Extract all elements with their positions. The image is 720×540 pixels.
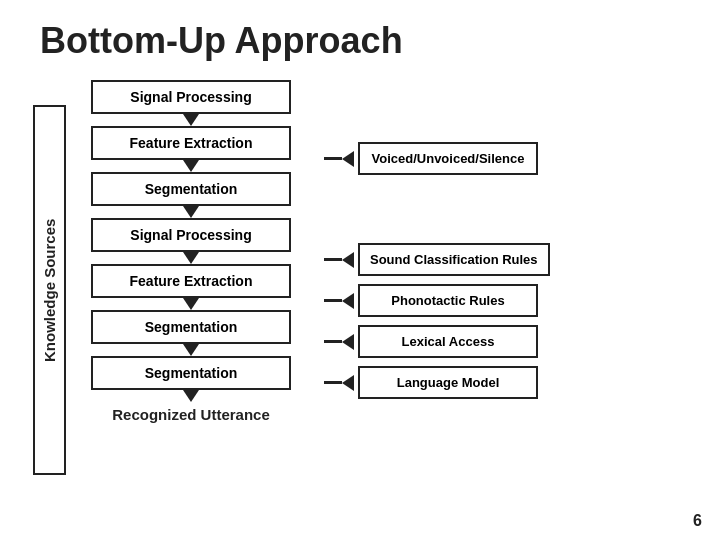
flow-column: Signal Processing Feature Extraction Seg… bbox=[76, 80, 306, 500]
arrow-left-2 bbox=[342, 252, 354, 268]
rule-row-4: Lexical Access bbox=[324, 325, 690, 358]
spacer-2 bbox=[324, 175, 690, 243]
connector-line-2 bbox=[324, 258, 342, 261]
rule-box-1: Voiced/Unvoiced/Silence bbox=[358, 142, 538, 175]
rule-box-3: Phonotactic Rules bbox=[358, 284, 538, 317]
page-title: Bottom-Up Approach bbox=[40, 20, 690, 62]
arrow-down-5 bbox=[183, 298, 199, 310]
arrow-down-1 bbox=[183, 114, 199, 126]
rule-row-1: Voiced/Unvoiced/Silence bbox=[324, 142, 690, 175]
knowledge-sources-wrapper: Knowledge Sources bbox=[30, 80, 68, 500]
flow-box-feature2: Feature Extraction bbox=[91, 264, 291, 298]
flow-box-segmentation1: Segmentation bbox=[91, 172, 291, 206]
rule-row-3: Phonotactic Rules bbox=[324, 284, 690, 317]
connector-line-4 bbox=[324, 340, 342, 343]
connector-line-1 bbox=[324, 157, 342, 160]
knowledge-sources-label: Knowledge Sources bbox=[33, 105, 66, 475]
spacer-1 bbox=[324, 80, 690, 142]
slide: Bottom-Up Approach Knowledge Sources Sig… bbox=[0, 0, 720, 540]
arrow-down-6 bbox=[183, 344, 199, 356]
connector-line-5 bbox=[324, 381, 342, 384]
rule-box-5: Language Model bbox=[358, 366, 538, 399]
spacer-4 bbox=[324, 317, 690, 325]
arrow-left-5 bbox=[342, 375, 354, 391]
arrow-left-3 bbox=[342, 293, 354, 309]
rule-row-2: Sound Classification Rules bbox=[324, 243, 690, 276]
spacer-3 bbox=[324, 276, 690, 284]
rule-box-2: Sound Classification Rules bbox=[358, 243, 550, 276]
flow-box-feature1: Feature Extraction bbox=[91, 126, 291, 160]
rule-box-4: Lexical Access bbox=[358, 325, 538, 358]
page-number: 6 bbox=[693, 512, 702, 530]
arrow-left-1 bbox=[342, 151, 354, 167]
arrow-down-7 bbox=[183, 390, 199, 402]
flow-box-signal2: Signal Processing bbox=[91, 218, 291, 252]
arrow-down-4 bbox=[183, 252, 199, 264]
connector-line-3 bbox=[324, 299, 342, 302]
arrow-left-4 bbox=[342, 334, 354, 350]
arrow-down-2 bbox=[183, 160, 199, 172]
arrow-down-3 bbox=[183, 206, 199, 218]
content-area: Knowledge Sources Signal Processing Feat… bbox=[30, 80, 690, 500]
flow-box-segmentation3: Segmentation bbox=[91, 356, 291, 390]
flow-box-segmentation2: Segmentation bbox=[91, 310, 291, 344]
recognized-utterance: Recognized Utterance bbox=[112, 406, 270, 423]
rules-column: Voiced/Unvoiced/Silence Sound Classifica… bbox=[324, 80, 690, 500]
spacer-5 bbox=[324, 358, 690, 366]
flow-box-signal1: Signal Processing bbox=[91, 80, 291, 114]
rule-row-5: Language Model bbox=[324, 366, 690, 399]
